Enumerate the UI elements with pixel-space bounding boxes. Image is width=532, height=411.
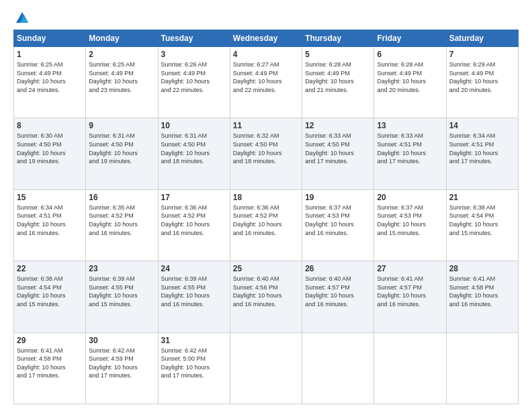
col-header-saturday: Saturday xyxy=(446,30,518,47)
day-info: Sunrise: 6:34 AMSunset: 4:51 PMDaylight:… xyxy=(17,203,83,237)
calendar-cell: 19 Sunrise: 6:37 AMSunset: 4:53 PMDaylig… xyxy=(302,189,374,261)
logo xyxy=(13,11,30,23)
calendar-cell: 14 Sunrise: 6:34 AMSunset: 4:51 PMDaylig… xyxy=(446,118,518,189)
day-number: 22 xyxy=(17,264,83,273)
calendar-cell: 22 Sunrise: 6:38 AMSunset: 4:54 PMDaylig… xyxy=(14,261,86,332)
calendar-cell: 15 Sunrise: 6:34 AMSunset: 4:51 PMDaylig… xyxy=(14,189,86,261)
day-number: 7 xyxy=(449,50,515,59)
day-info: Sunrise: 6:36 AMSunset: 4:52 PMDaylight:… xyxy=(233,203,299,237)
calendar-table: SundayMondayTuesdayWednesdayThursdayFrid… xyxy=(13,30,519,404)
calendar-cell: 9 Sunrise: 6:31 AMSunset: 4:50 PMDayligh… xyxy=(86,118,158,189)
day-info: Sunrise: 6:42 AMSunset: 4:59 PMDaylight:… xyxy=(89,347,154,380)
col-header-sunday: Sunday xyxy=(14,30,86,47)
page: SundayMondayTuesdayWednesdayThursdayFrid… xyxy=(0,0,532,411)
day-info: Sunrise: 6:40 AMSunset: 4:56 PMDaylight:… xyxy=(233,275,299,308)
day-info: Sunrise: 6:28 AMSunset: 4:49 PMDaylight:… xyxy=(377,60,443,94)
day-number: 31 xyxy=(161,336,227,345)
day-number: 27 xyxy=(377,264,443,273)
day-number: 5 xyxy=(305,50,371,59)
day-info: Sunrise: 6:36 AMSunset: 4:52 PMDaylight:… xyxy=(161,203,227,237)
day-number: 8 xyxy=(17,121,83,130)
calendar-cell: 26 Sunrise: 6:40 AMSunset: 4:57 PMDaylig… xyxy=(302,261,374,332)
day-info: Sunrise: 6:33 AMSunset: 4:51 PMDaylight:… xyxy=(377,132,443,165)
day-info: Sunrise: 6:29 AMSunset: 4:49 PMDaylight:… xyxy=(449,60,515,94)
day-number: 2 xyxy=(89,50,154,59)
col-header-wednesday: Wednesday xyxy=(230,30,302,47)
calendar-cell: 16 Sunrise: 6:35 AMSunset: 4:52 PMDaylig… xyxy=(86,189,158,261)
day-info: Sunrise: 6:38 AMSunset: 4:54 PMDaylight:… xyxy=(17,275,83,308)
day-number: 16 xyxy=(89,193,154,202)
day-info: Sunrise: 6:28 AMSunset: 4:49 PMDaylight:… xyxy=(305,60,371,94)
day-info: Sunrise: 6:25 AMSunset: 4:49 PMDaylight:… xyxy=(89,60,154,94)
calendar-cell: 20 Sunrise: 6:37 AMSunset: 4:53 PMDaylig… xyxy=(374,189,446,261)
day-info: Sunrise: 6:35 AMSunset: 4:52 PMDaylight:… xyxy=(89,203,154,237)
day-number: 4 xyxy=(233,50,299,59)
day-number: 23 xyxy=(89,264,154,273)
calendar-cell: 4 Sunrise: 6:27 AMSunset: 4:49 PMDayligh… xyxy=(230,47,302,118)
day-number: 26 xyxy=(305,264,371,273)
day-info: Sunrise: 6:40 AMSunset: 4:57 PMDaylight:… xyxy=(305,275,371,308)
day-info: Sunrise: 6:41 AMSunset: 4:58 PMDaylight:… xyxy=(449,275,515,308)
calendar-cell: 29 Sunrise: 6:41 AMSunset: 4:58 PMDaylig… xyxy=(14,332,86,404)
calendar-cell: 25 Sunrise: 6:40 AMSunset: 4:56 PMDaylig… xyxy=(230,261,302,332)
day-info: Sunrise: 6:37 AMSunset: 4:53 PMDaylight:… xyxy=(377,203,443,237)
day-number: 12 xyxy=(305,121,371,130)
calendar-cell xyxy=(230,332,302,404)
calendar-cell xyxy=(446,332,518,404)
day-info: Sunrise: 6:41 AMSunset: 4:57 PMDaylight:… xyxy=(377,275,443,308)
day-number: 1 xyxy=(17,50,83,59)
day-number: 19 xyxy=(305,193,371,202)
calendar-cell: 21 Sunrise: 6:38 AMSunset: 4:54 PMDaylig… xyxy=(446,189,518,261)
day-info: Sunrise: 6:27 AMSunset: 4:49 PMDaylight:… xyxy=(233,60,299,94)
day-info: Sunrise: 6:32 AMSunset: 4:50 PMDaylight:… xyxy=(233,132,299,165)
day-number: 13 xyxy=(377,121,443,130)
calendar-cell: 31 Sunrise: 6:42 AMSunset: 5:00 PMDaylig… xyxy=(158,332,230,404)
day-number: 3 xyxy=(161,50,227,59)
day-info: Sunrise: 6:30 AMSunset: 4:50 PMDaylight:… xyxy=(17,132,83,165)
day-info: Sunrise: 6:31 AMSunset: 4:50 PMDaylight:… xyxy=(161,132,227,165)
calendar-cell xyxy=(374,332,446,404)
day-info: Sunrise: 6:26 AMSunset: 4:49 PMDaylight:… xyxy=(161,60,227,94)
day-info: Sunrise: 6:42 AMSunset: 5:00 PMDaylight:… xyxy=(161,347,227,380)
calendar-cell: 18 Sunrise: 6:36 AMSunset: 4:52 PMDaylig… xyxy=(230,189,302,261)
col-header-thursday: Thursday xyxy=(302,30,374,47)
day-info: Sunrise: 6:34 AMSunset: 4:51 PMDaylight:… xyxy=(449,132,515,165)
day-number: 21 xyxy=(449,193,515,202)
day-number: 17 xyxy=(161,193,227,202)
day-info: Sunrise: 6:41 AMSunset: 4:58 PMDaylight:… xyxy=(17,347,83,380)
calendar-cell: 17 Sunrise: 6:36 AMSunset: 4:52 PMDaylig… xyxy=(158,189,230,261)
calendar-cell xyxy=(302,332,374,404)
calendar-cell: 7 Sunrise: 6:29 AMSunset: 4:49 PMDayligh… xyxy=(446,47,518,118)
calendar-header-row: SundayMondayTuesdayWednesdayThursdayFrid… xyxy=(14,30,519,47)
calendar-cell: 6 Sunrise: 6:28 AMSunset: 4:49 PMDayligh… xyxy=(374,47,446,118)
calendar-cell: 8 Sunrise: 6:30 AMSunset: 4:50 PMDayligh… xyxy=(14,118,86,189)
calendar-cell: 30 Sunrise: 6:42 AMSunset: 4:59 PMDaylig… xyxy=(86,332,158,404)
day-number: 20 xyxy=(377,193,443,202)
day-info: Sunrise: 6:39 AMSunset: 4:55 PMDaylight:… xyxy=(89,275,154,308)
calendar-week-4: 22 Sunrise: 6:38 AMSunset: 4:54 PMDaylig… xyxy=(14,261,519,332)
calendar-cell: 1 Sunrise: 6:25 AMSunset: 4:49 PMDayligh… xyxy=(14,47,86,118)
calendar-cell: 10 Sunrise: 6:31 AMSunset: 4:50 PMDaylig… xyxy=(158,118,230,189)
day-number: 29 xyxy=(17,336,83,345)
calendar-cell: 12 Sunrise: 6:33 AMSunset: 4:50 PMDaylig… xyxy=(302,118,374,189)
day-number: 9 xyxy=(89,121,154,130)
col-header-monday: Monday xyxy=(86,30,158,47)
calendar-cell: 11 Sunrise: 6:32 AMSunset: 4:50 PMDaylig… xyxy=(230,118,302,189)
col-header-friday: Friday xyxy=(374,30,446,47)
day-number: 10 xyxy=(161,121,227,130)
calendar-week-3: 15 Sunrise: 6:34 AMSunset: 4:51 PMDaylig… xyxy=(14,189,519,261)
day-info: Sunrise: 6:25 AMSunset: 4:49 PMDaylight:… xyxy=(17,60,83,94)
day-info: Sunrise: 6:38 AMSunset: 4:54 PMDaylight:… xyxy=(449,203,515,237)
day-info: Sunrise: 6:33 AMSunset: 4:50 PMDaylight:… xyxy=(305,132,371,165)
calendar-cell: 13 Sunrise: 6:33 AMSunset: 4:51 PMDaylig… xyxy=(374,118,446,189)
calendar-cell: 24 Sunrise: 6:39 AMSunset: 4:55 PMDaylig… xyxy=(158,261,230,332)
calendar-week-1: 1 Sunrise: 6:25 AMSunset: 4:49 PMDayligh… xyxy=(14,47,519,118)
calendar-cell: 3 Sunrise: 6:26 AMSunset: 4:49 PMDayligh… xyxy=(158,47,230,118)
header xyxy=(13,11,519,23)
day-number: 30 xyxy=(89,336,154,345)
calendar-week-2: 8 Sunrise: 6:30 AMSunset: 4:50 PMDayligh… xyxy=(14,118,519,189)
day-number: 15 xyxy=(17,193,83,202)
day-number: 11 xyxy=(233,121,299,130)
calendar-week-5: 29 Sunrise: 6:41 AMSunset: 4:58 PMDaylig… xyxy=(14,332,519,404)
logo-icon xyxy=(15,11,30,26)
